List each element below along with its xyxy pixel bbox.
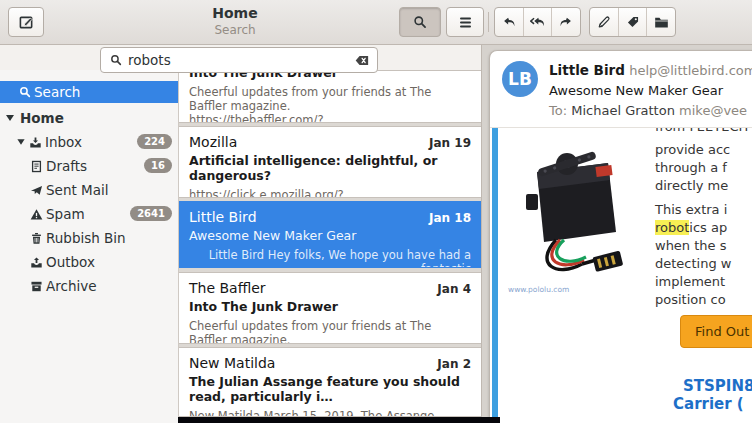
message-sender: The Baffler <box>189 280 437 296</box>
menu-button[interactable] <box>446 7 484 37</box>
hamburger-menu-icon <box>459 17 472 28</box>
message-date: Jan 4 <box>437 282 471 296</box>
expander-down-icon[interactable] <box>6 115 14 121</box>
clipped-body-line: from FEETECH <box>655 128 752 136</box>
unread-count-badge: 2641 <box>130 206 172 221</box>
sidebar-account-home[interactable]: Home <box>0 107 178 129</box>
header-bar: Home Search <box>0 0 752 45</box>
message-sender: New Matilda <box>189 355 437 371</box>
label-tag-icon[interactable] <box>619 8 648 36</box>
message-preview: Cheerful updates from your friends at Th… <box>189 85 471 113</box>
message-subject: Artificial intelligence: delightful, or … <box>189 153 471 183</box>
body-line: detecting w <box>655 255 752 273</box>
sender-name: Little Bird <box>549 62 625 78</box>
page-subtitle: Search <box>130 23 340 38</box>
email-sender-line: Little Bird help@littlebird.com <box>549 62 752 78</box>
message-subject: Awesome New Maker Gear <box>189 228 471 243</box>
list-item-partial[interactable]: Into The Junk Drawer Cheerful updates fr… <box>179 70 481 123</box>
message-preview: New Matilda March 15, 2019. The Assange … <box>189 409 471 417</box>
sidebar-item-rubbish-bin[interactable]: Rubbish Bin <box>0 227 178 249</box>
message-subject: The Julian Assange feature you should re… <box>189 374 471 404</box>
archive-box-icon <box>30 280 43 293</box>
sent-plane-icon <box>30 184 43 197</box>
reply-all-button[interactable] <box>524 8 553 36</box>
sidebar-item-drafts[interactable]: Drafts 16 <box>0 155 178 177</box>
search-query-text: robots <box>128 52 355 68</box>
unread-count-badge: 224 <box>137 134 172 149</box>
account-label: Home <box>20 110 64 126</box>
reply-toolbar-group <box>494 7 581 37</box>
sidebar-item-label: Outbox <box>46 254 95 270</box>
body-line: when the s <box>655 237 752 255</box>
compose-icon <box>19 15 34 30</box>
avatar: LB <box>502 61 538 97</box>
message-sender: Mozilla <box>189 134 429 150</box>
compose-button[interactable] <box>8 7 44 37</box>
search-match-highlight: robot <box>655 220 689 235</box>
body-line: implement <box>655 273 752 291</box>
unread-count-badge: 16 <box>144 158 172 173</box>
email-card: LB Little Bird help@littlebird.com Aweso… <box>489 50 752 423</box>
sidebar-item-label: Search <box>34 84 80 100</box>
sidebar-item-sent-mail[interactable]: Sent Mail <box>0 179 178 201</box>
sidebar-item-outbox[interactable]: Outbox <box>0 251 178 273</box>
mark-pen-icon[interactable] <box>590 8 619 36</box>
servo-product-image <box>504 136 644 281</box>
image-watermark: www.pololu.com <box>508 285 569 294</box>
page-title: Home <box>130 5 340 23</box>
email-to-line: To: Michael Gratton mike@vee <box>549 103 747 118</box>
product-link-line2[interactable]: Carrier ( <box>673 395 744 413</box>
expander-down-icon[interactable] <box>17 139 24 144</box>
email-body-text: from FEETECH provide acc through a f dir… <box>655 128 752 309</box>
body-line: position co <box>655 291 752 309</box>
message-preview: Cheerful updates from your friends at Th… <box>189 319 471 344</box>
body-line-highlighted: robotics ap <box>655 219 752 237</box>
outbox-icon <box>30 256 43 269</box>
message-preview: https://thebaffler.com/?utm_source=Baffl… <box>189 113 471 123</box>
message-preview: https://click.e.mozilla.org/? <box>189 188 471 198</box>
to-email: mike@vee <box>679 103 747 118</box>
sidebar-item-archive[interactable]: Archive <box>0 275 178 297</box>
body-line: directly me <box>655 177 752 195</box>
search-input[interactable]: robots <box>100 47 378 73</box>
reply-button[interactable] <box>495 8 524 36</box>
list-item-baffler[interactable]: The Baffler Jan 4 Into The Junk Drawer C… <box>179 272 481 344</box>
sidebar-item-label: Spam <box>46 206 85 222</box>
message-preview: Little Bird Hey folks, We hope you have … <box>189 248 471 268</box>
sidebar-item-inbox[interactable]: Inbox 224 <box>0 131 178 153</box>
trash-icon <box>30 232 43 245</box>
message-date: Jan 19 <box>429 136 471 150</box>
body-line: provide acc <box>655 141 752 159</box>
find-out-more-button[interactable]: Find Out <box>680 315 752 348</box>
clear-search-icon[interactable] <box>355 55 369 66</box>
folder-sidebar: Search Home Inbox 224 Drafts 16 Sent <box>0 70 179 423</box>
sidebar-item-search[interactable]: Search <box>0 81 178 103</box>
mail-app-window: Home Search <box>0 0 752 423</box>
window-title: Home Search <box>130 5 340 38</box>
sidebar-item-label: Drafts <box>46 158 87 174</box>
conversation-list: Into The Junk Drawer Cheerful updates fr… <box>179 44 481 423</box>
message-date: Jan 2 <box>437 357 471 371</box>
move-to-folder-icon[interactable] <box>647 8 675 36</box>
inbox-icon <box>29 136 42 149</box>
bottom-black-bar <box>178 417 500 423</box>
drafts-icon <box>30 160 43 173</box>
list-item-little-bird-selected[interactable]: Little Bird Jan 18 Awesome New Maker Gea… <box>179 201 481 268</box>
sender-email: help@littlebird.com <box>629 63 752 78</box>
list-item-mozilla[interactable]: Mozilla Jan 19 Artificial intelligence: … <box>179 126 481 198</box>
sidebar-item-spam[interactable]: Spam 2641 <box>0 203 178 225</box>
email-subject: Awesome New Maker Gear <box>549 83 723 98</box>
product-link-line1[interactable]: STSPIN8 <box>683 377 752 395</box>
forward-button[interactable] <box>552 8 580 36</box>
toolbar-separator <box>488 12 489 32</box>
body-line: This extra i <box>655 201 752 219</box>
spam-warning-icon <box>30 208 43 221</box>
message-subject: Into The Junk Drawer <box>189 299 471 314</box>
message-date: Jan 18 <box>429 211 471 225</box>
sidebar-item-label: Inbox <box>45 134 82 150</box>
search-icon <box>19 86 31 98</box>
search-toggle-button[interactable] <box>399 7 441 37</box>
body-line: through a f <box>655 159 752 177</box>
list-item-new-matilda[interactable]: New Matilda Jan 2 The Julian Assange fea… <box>179 347 481 417</box>
organize-toolbar-group <box>589 7 676 37</box>
